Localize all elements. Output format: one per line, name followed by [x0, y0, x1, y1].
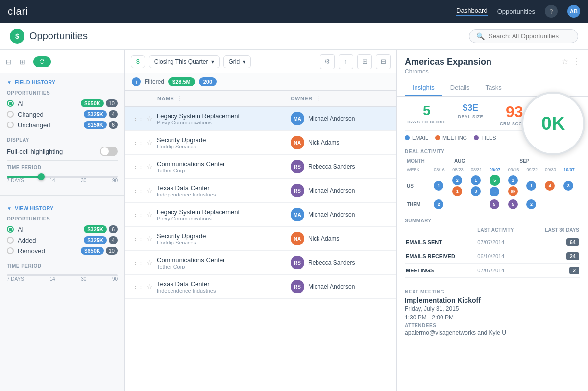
- emails-recv-count: 24: [566, 252, 579, 260]
- star-action-btn[interactable]: ☆: [562, 57, 568, 66]
- right-header: Americas Expansion ☆ ⋮ Chromos Insights …: [397, 50, 588, 97]
- field-unchanged-label: Unchanged: [18, 122, 50, 129]
- table-row[interactable]: ⋮⋮ ☆ Security Upgrade Hoddip Services NA…: [125, 227, 396, 251]
- opportunities-sublabel: OPPORTUNITIES: [7, 90, 118, 96]
- star-icon[interactable]: ☆: [147, 259, 153, 267]
- field-all-radio[interactable]: [7, 100, 14, 107]
- table-row[interactable]: ⋮⋮ ☆ Communications Center Tether Corp R…: [125, 155, 396, 179]
- tab-details[interactable]: Details: [442, 80, 478, 96]
- drag-handle[interactable]: ⋮⋮: [133, 116, 144, 122]
- row-title: Texas Data Center: [157, 280, 291, 288]
- filter-count-pill[interactable]: 200: [199, 77, 217, 86]
- star-icon[interactable]: ☆: [147, 211, 153, 219]
- owner-avatar: NA: [291, 136, 304, 149]
- owner-name: Michael Anderson: [308, 187, 355, 194]
- row-owner: NA Nick Adams: [291, 232, 389, 245]
- row-main: Texas Data Center Independence Industrie…: [157, 184, 291, 197]
- drag-handle[interactable]: ⋮⋮: [133, 188, 144, 194]
- drag-handle[interactable]: ⋮⋮: [133, 284, 144, 290]
- history-toggle[interactable]: ⏱: [33, 56, 51, 67]
- summary-table: LAST ACTIVITY LAST 30 DAYS EMAILS SENT 0…: [405, 225, 580, 278]
- table-row[interactable]: ⋮⋮ ☆ Communications Center Tether Corp R…: [125, 251, 396, 275]
- view-removed-option[interactable]: Removed $650K 10: [7, 247, 118, 255]
- row-subtitle: Hoddip Services: [157, 240, 291, 245]
- drag-handle[interactable]: ⋮⋮: [133, 260, 144, 266]
- settings-icon-btn[interactable]: ⚙: [320, 54, 335, 69]
- bubble: 1: [471, 175, 481, 185]
- time-period-slider[interactable]: 7 DAYS 14 30 90: [7, 176, 118, 183]
- row-title: Texas Data Center: [157, 184, 291, 192]
- closing-quarter-dropdown[interactable]: Closing This Quarter ▾: [149, 55, 220, 68]
- field-changed-radio[interactable]: [7, 111, 14, 118]
- week-0831: 08/31: [469, 166, 488, 173]
- star-icon[interactable]: ☆: [147, 235, 153, 243]
- metric-days-value: 5: [405, 103, 449, 119]
- right-title: Americas Expansion: [405, 57, 491, 67]
- table-row[interactable]: ⋮⋮ ☆ Legacy System Replacement Plexy Com…: [125, 203, 396, 227]
- more-action-btn[interactable]: ⋮: [572, 57, 580, 66]
- star-icon[interactable]: ☆: [147, 283, 153, 291]
- field-unchanged-radio[interactable]: [7, 122, 14, 128]
- field-history-title[interactable]: ▼ FIELD HISTORY: [7, 79, 118, 85]
- closing-quarter-label: Closing This Quarter: [154, 58, 208, 65]
- grid-dropdown[interactable]: Grid ▾: [223, 55, 251, 68]
- table-row[interactable]: ⋮⋮ ☆ Texas Data Center Independence Indu…: [125, 179, 396, 203]
- star-icon[interactable]: ☆: [147, 139, 153, 147]
- row-subtitle: Tether Corp: [157, 264, 291, 269]
- week-0823: 08/23: [450, 166, 469, 173]
- view-all-radio[interactable]: [7, 226, 14, 233]
- user-avatar[interactable]: AB: [567, 5, 580, 18]
- grid-view-icon[interactable]: ⊞: [20, 58, 25, 66]
- table-row[interactable]: ⋮⋮ ☆ Texas Data Center Independence Indu…: [125, 275, 396, 299]
- field-changed-option[interactable]: Changed $325K 4: [7, 110, 118, 118]
- magnifier-overlay: 0K: [521, 92, 585, 155]
- view-added-radio[interactable]: [7, 237, 14, 244]
- nav-link-dashboard[interactable]: Dashboard: [456, 7, 488, 16]
- filter-amount-pill[interactable]: $28.5M: [168, 77, 195, 86]
- us-row: US 1 21 13 5... 199 1 4 3: [405, 173, 580, 198]
- field-history-section: ▼ FIELD HISTORY OPPORTUNITIES All $650K …: [0, 73, 124, 191]
- layout1-icon-btn[interactable]: ⊞: [357, 54, 372, 69]
- nav-link-opportunities[interactable]: Opportunities: [497, 8, 535, 15]
- star-icon[interactable]: ☆: [147, 187, 153, 195]
- owner-avatar: MA: [291, 112, 304, 125]
- star-icon[interactable]: ☆: [147, 163, 153, 171]
- field-unchanged-option[interactable]: Unchanged $150K 6: [7, 121, 118, 129]
- meeting-date: Friday, July 31, 2015: [405, 305, 580, 312]
- field-changed-badge: $325K: [84, 110, 106, 118]
- view-all-option[interactable]: All $325K 6: [7, 225, 118, 233]
- search-input[interactable]: [489, 32, 571, 40]
- bubble: 5: [490, 175, 500, 186]
- metric-days: 5 DAYS TO CLOSE: [405, 103, 449, 126]
- upload-icon-btn[interactable]: ↑: [339, 54, 353, 69]
- filter-icon[interactable]: ⊟: [6, 58, 12, 66]
- owner-name: Michael Anderson: [308, 115, 355, 122]
- email-dot: [405, 135, 410, 140]
- bubble: 2: [434, 199, 443, 209]
- star-icon[interactable]: ☆: [147, 115, 153, 122]
- drag-handle[interactable]: ⋮⋮: [133, 140, 144, 146]
- tab-insights[interactable]: Insights: [405, 80, 442, 96]
- us-label: US: [405, 173, 432, 198]
- view-history-title[interactable]: ▼ VIEW HISTORY: [7, 205, 118, 211]
- view-removed-radio[interactable]: [7, 247, 14, 254]
- view-added-option[interactable]: Added $325K 4: [7, 236, 118, 244]
- drag-handle[interactable]: ⋮⋮: [133, 212, 144, 218]
- owner-name: Nick Adams: [308, 235, 339, 242]
- meeting-dot: [435, 135, 440, 140]
- help-icon[interactable]: ?: [545, 5, 558, 18]
- dollar-icon: $: [136, 58, 140, 65]
- tab-tasks[interactable]: Tasks: [478, 80, 510, 96]
- full-cell-toggle[interactable]: [100, 147, 118, 156]
- drag-handle[interactable]: ⋮⋮: [133, 236, 144, 242]
- layout2-icon-btn[interactable]: ⊟: [376, 54, 391, 69]
- view-time-slider[interactable]: 7 DAYS 14 30 90: [7, 274, 118, 282]
- search-box[interactable]: 🔍: [469, 29, 578, 43]
- top-nav: clari Dashboard Opportunities ? AB: [0, 0, 588, 23]
- table-row[interactable]: ⋮⋮ ☆ Legacy System Replacement Plexy Com…: [125, 107, 396, 131]
- top-nav-right: Dashboard Opportunities ? AB: [456, 5, 580, 18]
- field-all-option[interactable]: All $650K 10: [7, 99, 118, 107]
- table-row[interactable]: ⋮⋮ ☆ Security Upgrade Hoddip Services NA…: [125, 131, 396, 155]
- drag-handle[interactable]: ⋮⋮: [133, 164, 144, 170]
- owner-avatar: MA: [291, 208, 304, 221]
